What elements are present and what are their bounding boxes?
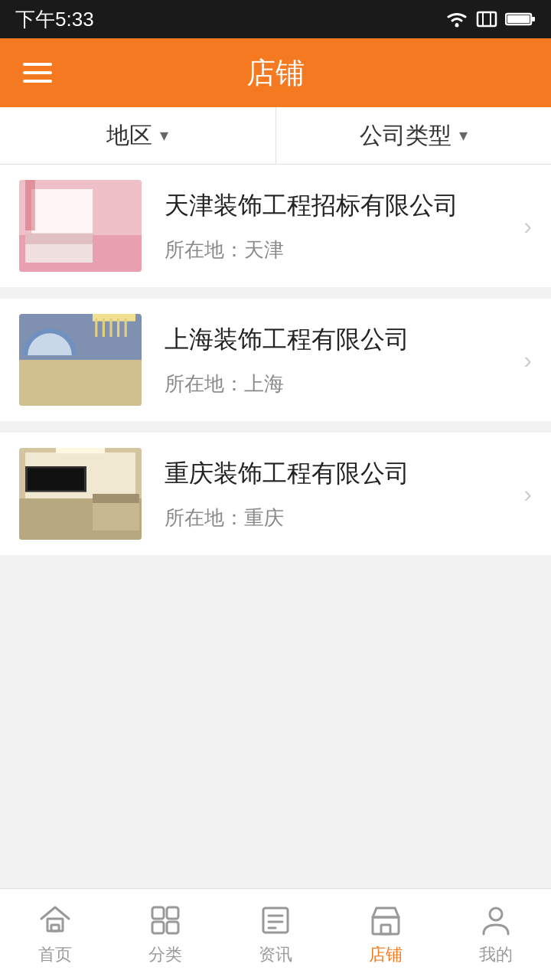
svg-rect-8 [51, 925, 59, 931]
store-icon [369, 903, 403, 937]
nav-home-label: 首页 [38, 943, 72, 966]
nav-category-label: 分类 [148, 943, 182, 966]
mine-icon [479, 903, 513, 937]
nav-mine-label: 我的 [479, 943, 513, 966]
nav-category[interactable]: 分类 [110, 889, 220, 980]
header: 店铺 [0, 38, 551, 107]
wifi-icon [445, 11, 468, 28]
nav-store-label: 店铺 [369, 943, 403, 966]
chevron-right-icon: › [523, 480, 532, 508]
store-name: 上海装饰工程有限公司 [165, 323, 508, 357]
svg-rect-6 [507, 15, 530, 23]
nav-home[interactable]: 首页 [0, 889, 110, 980]
svg-rect-1 [478, 12, 496, 26]
region-filter[interactable]: 地区 ▾ [0, 107, 276, 164]
store-name: 天津装饰工程招标有限公司 [165, 189, 508, 223]
svg-rect-5 [532, 17, 535, 21]
status-time: 下午5:33 [15, 6, 94, 33]
store-location: 所在地：天津 [165, 237, 508, 263]
category-icon [148, 903, 182, 937]
chevron-right-icon: › [523, 212, 532, 240]
store-list: 天津装饰工程招标有限公司所在地：天津›上海装饰工程有限公司所在地：上海›重庆装饰… [0, 165, 551, 888]
store-image [19, 314, 142, 406]
nav-store[interactable]: 店铺 [331, 889, 441, 980]
svg-rect-19 [381, 925, 390, 934]
store-item[interactable]: 天津装饰工程招标有限公司所在地：天津› [0, 165, 551, 287]
store-item[interactable]: 重庆装饰工程有限公司所在地：重庆› [0, 433, 551, 555]
nav-news-label: 资讯 [259, 943, 292, 966]
bottom-nav: 首页 分类 资讯 店铺 [0, 888, 551, 980]
battery-icon [505, 11, 536, 28]
store-location: 所在地：重庆 [165, 505, 508, 531]
page-title: 店铺 [246, 54, 305, 93]
store-image [19, 448, 142, 540]
svg-rect-11 [152, 922, 164, 933]
status-bar: 下午5:33 [0, 0, 551, 38]
store-image [19, 180, 142, 272]
company-type-label: 公司类型 [360, 120, 452, 152]
home-icon [38, 903, 72, 937]
store-info: 天津装饰工程招标有限公司所在地：天津 [142, 181, 523, 271]
svg-point-0 [455, 24, 459, 28]
company-type-filter[interactable]: 公司类型 ▾ [276, 107, 552, 164]
svg-point-20 [490, 908, 502, 920]
store-location: 所在地：上海 [165, 371, 508, 397]
svg-rect-10 [167, 907, 178, 919]
region-arrow-icon: ▾ [160, 126, 168, 145]
store-info: 上海装饰工程有限公司所在地：上海 [142, 315, 523, 405]
svg-rect-12 [167, 922, 178, 933]
company-type-arrow-icon: ▾ [459, 126, 468, 145]
filter-bar: 地区 ▾ 公司类型 ▾ [0, 107, 551, 165]
news-icon [259, 903, 292, 937]
menu-button[interactable] [23, 63, 52, 83]
signal-icon [476, 11, 497, 28]
store-info: 重庆装饰工程有限公司所在地：重庆 [142, 449, 523, 539]
nav-mine[interactable]: 我的 [441, 889, 551, 980]
store-item[interactable]: 上海装饰工程有限公司所在地：上海› [0, 299, 551, 421]
status-icons [445, 11, 536, 28]
region-label: 地区 [106, 120, 152, 152]
nav-news[interactable]: 资讯 [220, 889, 331, 980]
store-name: 重庆装饰工程有限公司 [165, 457, 508, 491]
chevron-right-icon: › [523, 346, 532, 374]
svg-rect-9 [152, 907, 164, 919]
